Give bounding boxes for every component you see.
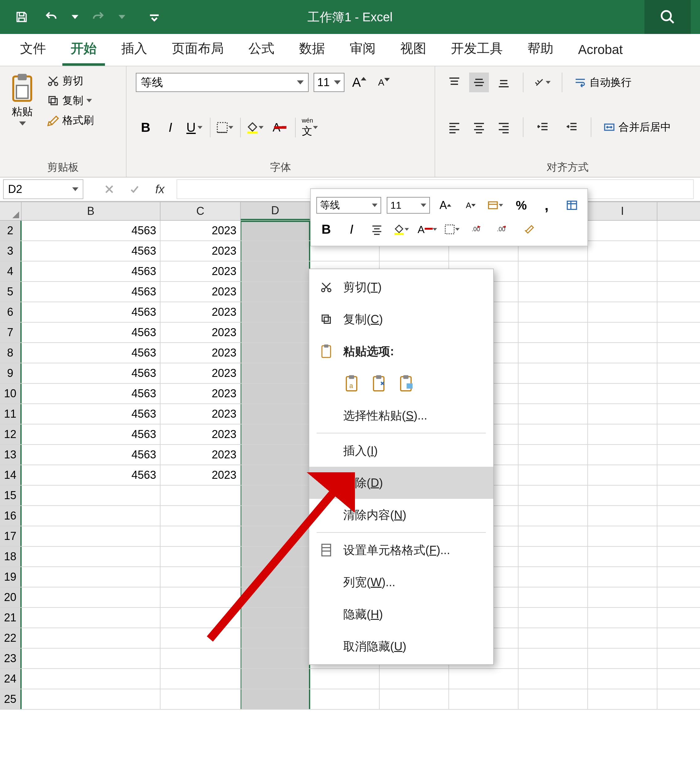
row-header[interactable]: 16 [0, 506, 22, 526]
cell[interactable]: 4563 [22, 261, 160, 281]
cell[interactable] [22, 547, 160, 567]
cell[interactable] [518, 485, 588, 505]
underline-button[interactable]: U [185, 117, 205, 137]
row-header[interactable]: 24 [0, 669, 22, 689]
cell[interactable] [588, 363, 658, 383]
row-header[interactable]: 19 [0, 567, 22, 587]
cell[interactable]: 4563 [22, 404, 160, 424]
cell[interactable] [588, 628, 658, 648]
cell[interactable] [241, 445, 310, 465]
row-header[interactable]: 25 [0, 689, 22, 709]
cell[interactable] [160, 506, 241, 526]
cell[interactable] [160, 547, 241, 567]
row-header[interactable]: 23 [0, 648, 22, 668]
cell[interactable] [588, 526, 658, 546]
mini-comma[interactable]: , [537, 196, 556, 215]
cell[interactable] [518, 547, 588, 567]
cell[interactable] [241, 221, 310, 241]
tab-view[interactable]: 视图 [390, 34, 437, 66]
borders-button[interactable] [215, 117, 235, 137]
cell[interactable] [588, 282, 658, 302]
decrease-indent-button[interactable] [533, 117, 553, 137]
save-button[interactable] [13, 8, 31, 26]
paste-formulas-icon[interactable] [370, 374, 387, 392]
align-top-button[interactable] [445, 72, 464, 92]
cell[interactable]: 2023 [160, 302, 241, 322]
cell[interactable] [380, 689, 449, 709]
mini-bold[interactable]: B [316, 219, 336, 239]
cell[interactable] [588, 384, 658, 404]
row-header[interactable]: 10 [0, 384, 22, 404]
cell[interactable] [518, 302, 588, 322]
font-name-select[interactable]: 等线 [136, 73, 309, 92]
cell[interactable] [449, 689, 518, 709]
mini-size-select[interactable]: 11 [387, 197, 430, 214]
cell[interactable] [22, 648, 160, 668]
cell[interactable] [588, 343, 658, 363]
cell[interactable] [518, 628, 588, 648]
format-painter-button[interactable]: 格式刷 [44, 112, 96, 129]
cell[interactable] [518, 343, 588, 363]
mini-decrease-font[interactable]: A [461, 196, 481, 215]
cell[interactable]: 2023 [160, 404, 241, 424]
cell[interactable] [518, 567, 588, 587]
cell[interactable]: 4563 [22, 241, 160, 261]
cell[interactable] [241, 567, 310, 587]
ctx-unhide[interactable]: 取消隐藏(U) [309, 630, 493, 662]
cut-button[interactable]: 剪切 [44, 72, 96, 89]
row-header[interactable]: 8 [0, 343, 22, 363]
cell[interactable] [160, 648, 241, 668]
tab-data[interactable]: 数据 [288, 34, 336, 66]
paste-button[interactable] [9, 72, 35, 103]
increase-indent-button[interactable] [562, 117, 581, 137]
align-middle-button[interactable] [469, 72, 489, 92]
paste-keep-source-icon[interactable]: a [343, 374, 360, 392]
row-header[interactable]: 11 [0, 404, 22, 424]
cell[interactable] [241, 465, 310, 485]
row-header[interactable]: 18 [0, 547, 22, 567]
cell[interactable] [241, 689, 310, 709]
ctx-format-cells[interactable]: 设置单元格格式(F)... [309, 534, 493, 566]
cell[interactable]: 2023 [160, 282, 241, 302]
cell[interactable]: 2023 [160, 424, 241, 444]
cell[interactable] [241, 302, 310, 322]
cell[interactable] [241, 282, 310, 302]
cell[interactable]: 2023 [160, 363, 241, 383]
cell[interactable] [449, 669, 518, 689]
cell[interactable] [588, 485, 658, 505]
row-header[interactable]: 6 [0, 302, 22, 322]
fx-icon[interactable]: fx [152, 179, 167, 199]
tab-home[interactable]: 开始 [60, 34, 107, 66]
cell[interactable]: 2023 [160, 343, 241, 363]
mini-table-icon[interactable] [562, 196, 582, 215]
row-header[interactable]: 21 [0, 608, 22, 628]
cell[interactable] [310, 689, 380, 709]
cell[interactable]: 2023 [160, 241, 241, 261]
cell[interactable]: 4563 [22, 302, 160, 322]
cell[interactable] [588, 689, 658, 709]
bold-button[interactable]: B [136, 117, 155, 137]
cell[interactable] [241, 384, 310, 404]
cell[interactable] [160, 567, 241, 587]
cell[interactable] [588, 302, 658, 322]
cell[interactable] [518, 648, 588, 668]
cell[interactable] [588, 567, 658, 587]
cell[interactable] [588, 424, 658, 444]
cell[interactable]: 2023 [160, 445, 241, 465]
cell[interactable] [241, 587, 310, 607]
cell[interactable] [160, 608, 241, 628]
row-header[interactable]: 17 [0, 526, 22, 546]
mini-accounting-format[interactable] [486, 196, 506, 215]
align-bottom-button[interactable] [494, 72, 514, 92]
cell[interactable] [241, 241, 310, 261]
mini-align-center[interactable] [367, 219, 387, 239]
cell[interactable] [241, 608, 310, 628]
cell[interactable] [22, 689, 160, 709]
cell[interactable] [518, 282, 588, 302]
cell[interactable] [241, 547, 310, 567]
cell[interactable] [588, 261, 658, 281]
cell[interactable] [518, 424, 588, 444]
ctx-hide[interactable]: 隐藏(H) [309, 598, 493, 630]
cell[interactable] [241, 526, 310, 546]
cell[interactable] [241, 424, 310, 444]
